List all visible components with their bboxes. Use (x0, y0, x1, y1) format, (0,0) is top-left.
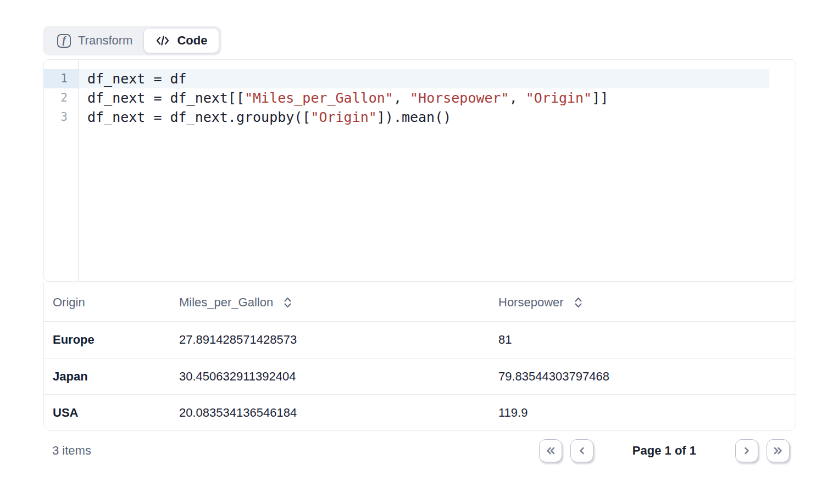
column-header-horsepower[interactable]: Horsepower (498, 295, 787, 310)
cell-origin: Japan (53, 369, 179, 384)
line-number: 1 (44, 69, 78, 88)
chevron-right-icon (741, 445, 752, 456)
column-header-origin: Origin (53, 295, 179, 310)
line-number-gutter: 1 2 3 (44, 60, 79, 281)
prev-page-button[interactable] (570, 439, 593, 462)
tab-transform-label: Transform (78, 33, 132, 48)
code-editor[interactable]: 1 2 3 df_next = df df_next = df_next[["M… (43, 59, 796, 282)
cell-miles-per-gallon: 27.891428571428573 (179, 333, 498, 347)
tab-code-label: Code (177, 33, 207, 48)
table-footer: 3 items Page 1 of 1 (52, 439, 790, 463)
chevron-left-icon (576, 445, 587, 456)
view-toggle: f Transform Code (43, 26, 221, 55)
table-row: Japan 30.450632911392404 79.835443037974… (44, 358, 796, 394)
code-content[interactable]: df_next = df df_next = df_next[["Miles_p… (79, 60, 769, 281)
chevron-double-left-icon (545, 445, 557, 456)
code-line[interactable]: df_next = df (79, 69, 769, 88)
cell-horsepower: 119.9 (498, 406, 787, 420)
cell-horsepower: 81 (498, 333, 787, 347)
first-page-button[interactable] (539, 439, 562, 462)
last-page-button[interactable] (767, 439, 790, 462)
code-line[interactable]: df_next = df_next[["Miles_per_Gallon", "… (79, 88, 769, 108)
next-page-button[interactable] (735, 439, 758, 462)
cell-horsepower: 79.83544303797468 (498, 369, 787, 384)
sort-icon[interactable] (284, 296, 292, 309)
tab-code[interactable]: Code (144, 29, 219, 53)
line-number: 2 (44, 88, 78, 108)
chevron-double-right-icon (772, 445, 784, 456)
table-row: Europe 27.891428571428573 81 (44, 322, 796, 358)
code-line[interactable]: df_next = df_next.groupby(["Origin"]).me… (79, 108, 769, 127)
code-icon (156, 35, 170, 47)
page-indicator: Page 1 of 1 (632, 444, 696, 458)
cell-origin: USA (53, 406, 179, 420)
column-header-miles-per-gallon[interactable]: Miles_per_Gallon (179, 295, 498, 310)
tab-transform[interactable]: f Transform (46, 29, 144, 53)
sort-icon[interactable] (574, 296, 582, 309)
function-icon: f (57, 34, 71, 48)
cell-miles-per-gallon: 20.083534136546184 (179, 406, 498, 420)
pagination: Page 1 of 1 (539, 439, 790, 462)
items-count: 3 items (52, 444, 91, 458)
table-header-row: Origin Miles_per_Gallon Horsepower (44, 283, 796, 322)
cell-origin: Europe (53, 333, 179, 347)
line-number: 3 (44, 108, 78, 127)
table-row: USA 20.083534136546184 119.9 (44, 394, 796, 430)
cell-miles-per-gallon: 30.450632911392404 (179, 369, 498, 384)
result-table: Origin Miles_per_Gallon Horsepower Europ… (43, 283, 796, 431)
